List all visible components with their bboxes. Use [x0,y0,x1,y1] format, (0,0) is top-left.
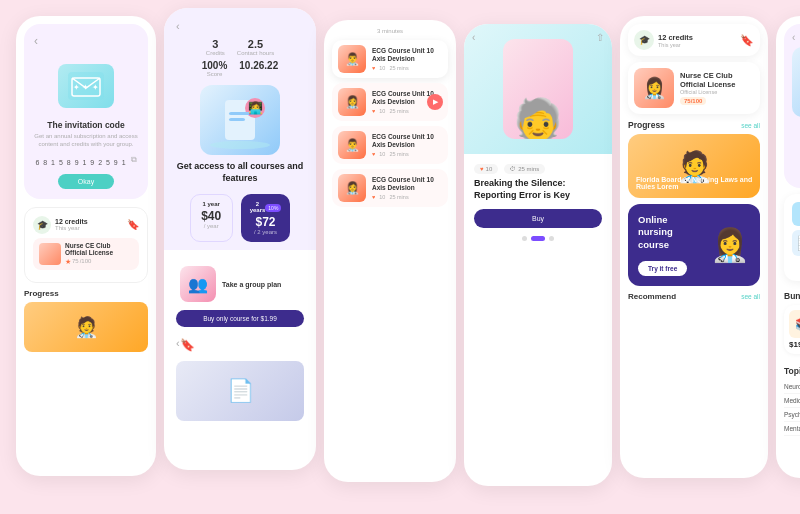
breaki-top-row: 📊 Breaki Repore... Reporting... [792,230,800,256]
dot-3[interactable] [549,236,554,241]
buy-course-button[interactable]: Buy [474,209,602,228]
credits-card: 🎓 12 credits This year 🔖 Nurse CE Club O… [24,207,148,283]
topic-item[interactable]: Neurology [784,380,800,394]
plan-1year[interactable]: 1 year $40 / year [190,194,233,242]
play-button[interactable]: ▶ [427,94,443,110]
hours-stat: 2.5 [237,38,274,50]
access-title: Get access to all courses and features [176,161,304,184]
credits-amount: 12 credits [55,218,88,225]
bundel-item[interactable]: 📚 Florida Boa... Nursing La... 12 course… [784,305,800,354]
progress-section-label: Progress [628,120,665,130]
scene: ‹ ✦ ✦ ✦ The invitation code Get an annua… [16,16,784,498]
breaking-hero-img: 🧓 [792,47,800,117]
course-thumbnail: 👩‍⚕️ [338,174,366,202]
meta-likes: 10 [486,166,493,172]
card-courses-list: 3 minutes 👨‍⚕️ ECG Course Unit 10 Axis D… [324,20,456,482]
plan-options: 1 year $40 / year 2 years 10% $72 / 2 ye… [190,194,291,242]
progress-section: Progress see all 🧑‍⚕️ Florida Board of N… [628,120,760,198]
topic-item[interactable]: Medical Surgi... [784,394,800,408]
buy-button[interactable]: Buy only course for $1.99 [176,310,304,327]
breaki-color-bar: 🩺 [792,202,800,226]
course-meta-pills: ♥ 10 ⏱ 25 mins [474,164,602,174]
hero-character: 🧓 [503,39,573,139]
group-plan-row: 👥 Take a group plan [176,266,304,302]
nursing-title: Online nursing course [638,214,702,251]
plan2-tag: 2 years [250,201,266,213]
copy-icon[interactable]: ⧉ [131,155,137,165]
course-item[interactable]: 👨‍⚕️ ECG Course Unit 10 Axis Devision ♥ … [332,126,448,164]
rating-total: 100 [692,98,702,104]
breaking-top: ‹ ⇧ 🧓 ♥ 10 ⏱ 25 mins Breaking the Silenc… [784,24,800,188]
course-hero: ‹ ⇧ 🧓 [464,24,612,154]
back-button[interactable]: ‹ [34,34,38,48]
bookmark-icon[interactable]: 🔖 [127,219,139,230]
nurse-card-2: 👩‍⚕️ Nurse CE Club Official License Offi… [628,62,760,114]
plan2-price: $72 [250,215,282,229]
course-time-3: 25 mins [389,151,408,157]
card-course-detail: ‹ ⇧ 🧓 ♥ 10 ⏱ 25 mins Breaking the Silenc… [464,24,612,486]
like-icon: ♥ [372,108,375,114]
course-item[interactable]: 👩‍⚕️ ECG Course Unit 10 Axis Devision ♥ … [332,83,448,121]
share-icon[interactable]: ⇧ [596,32,604,43]
course-time-2: 25 mins [389,108,408,114]
plan2-period: / 2 years [250,229,282,235]
topic-item[interactable]: Psychiatri... [784,408,800,422]
credential-icon: 🎓 [634,30,654,50]
course-item[interactable]: 👨‍⚕️ ECG Course Unit 10 Axis Devision ♥ … [332,40,448,78]
back-btn-hero[interactable]: ‹ [472,32,475,43]
card-progress: 🎓 12 credits This year 🔖 👩‍⚕️ Nurse CE C… [620,16,768,478]
nursing-promo-card: Online nursing course Try it free 👩‍⚕️ [628,204,760,286]
course-meta: ♥ 10 25 mins [372,194,442,200]
group-illustration: 👥 [180,266,216,302]
plan-2year[interactable]: 2 years 10% $72 / 2 years [241,194,291,242]
invite-code: 6 8 1 5 8 9 1 9 2 5 9 1 [35,159,126,166]
heart-icon: ♥ [480,166,484,172]
try-free-button[interactable]: Try it free [638,261,687,276]
date-stat: 10.26.22 [239,60,278,71]
back-btn-6[interactable]: ‹ [792,32,795,43]
progress-big-card: 🧑‍⚕️ Florida Board of Nursing Laws and R… [628,134,760,198]
course-likes-2: 10 [379,108,385,114]
progress-label: Progress [24,289,148,298]
bundels-label: Bundels [784,291,800,301]
dot-2-active[interactable] [531,236,545,241]
group-text: Take a group plan [222,281,281,288]
progress-header-row: Progress see all [628,120,760,130]
course-meta: ♥ 10 25 mins [372,65,442,71]
back-button-2[interactable]: ‹ [176,20,180,32]
course-meta: ♥ 10 25 mins [372,151,442,157]
bookmark-icon-2[interactable]: 🔖 [180,338,195,352]
bookmark-icon-5[interactable]: 🔖 [740,34,754,47]
credits-icon: 🎓 [33,216,51,234]
invite-subtitle: Get an annual subscription and access co… [34,132,138,149]
invite-title: The invitation code [47,120,124,130]
svg-text:👩‍💻: 👩‍💻 [248,100,263,115]
course-title: ECG Course Unit 10 Axis Devision [372,133,442,150]
nurse-thumbnail [39,243,61,265]
plan1-tag: 1 year [199,201,224,207]
access-illustration: 👩‍💻 [200,85,280,155]
okay-button[interactable]: Okay [58,174,114,189]
card-get-access: ‹ 3 Credits 2.5 Contact hours 100% Score [164,8,316,470]
nursing-character: 👩‍⚕️ [710,226,750,264]
breaking-title: Breaking the Silence: Reporting Error is… [792,137,800,159]
star-icon: ★ [65,258,71,266]
dot-1[interactable] [522,236,527,241]
nav-dots [474,236,602,241]
nurse-card: Nurse CE Club Official License ★ 75 /100 [33,238,139,270]
course-item[interactable]: 👩‍⚕️ ECG Course Unit 10 Axis Devision ♥ … [332,169,448,207]
course-likes-4: 10 [379,194,385,200]
see-all-link[interactable]: see all [741,122,760,129]
time-indicator: 3 minutes [332,28,448,34]
course-list: 👨‍⚕️ ECG Course Unit 10 Axis Devision ♥ … [332,40,448,207]
topics-section: Topics Neurology Medical Surgi... Psychi… [784,362,800,440]
hours-stat-label: Contact hours [237,50,274,56]
score-stat-label: Score [202,71,228,77]
topic-item[interactable]: Mental Health [784,422,800,436]
plan1-price: $40 [199,209,224,223]
svg-text:✦ ✦ ✦: ✦ ✦ ✦ [73,83,98,92]
stars-row: ★ 75 /100 [65,258,133,266]
course-thumbnail: 👩‍⚕️ [338,88,366,116]
breaki-card: 🩺 📊 Breaki Repore... Reporting... ℹ [784,194,800,281]
recommend-see-all[interactable]: see all [741,293,760,300]
